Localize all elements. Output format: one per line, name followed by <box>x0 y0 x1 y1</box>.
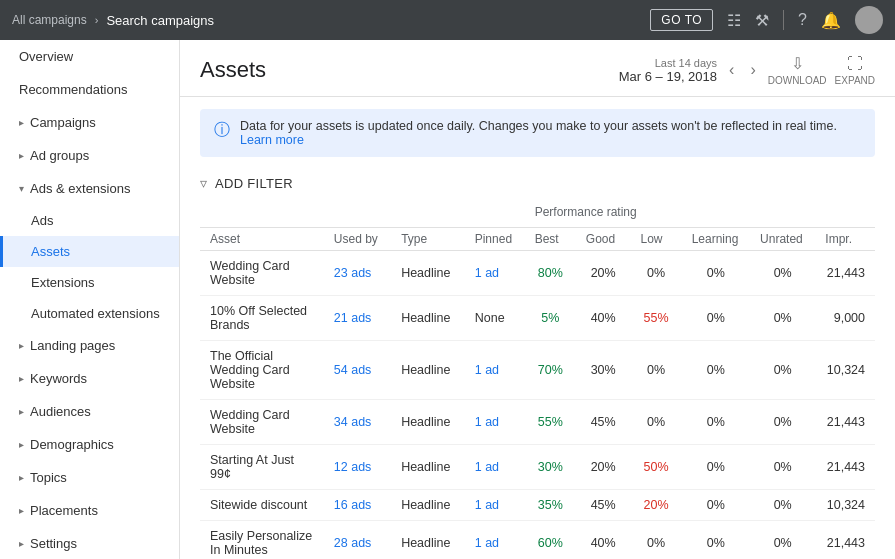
sidebar-item-campaigns[interactable]: ▸ Campaigns <box>0 106 179 139</box>
sidebar-item-automated-extensions[interactable]: Automated extensions <box>0 298 179 329</box>
filter-icon: ▿ <box>200 175 207 191</box>
cell-learning-2: 0% <box>682 341 750 400</box>
sidebar-item-ad-groups[interactable]: ▸ Ad groups <box>0 139 179 172</box>
cell-pinned-4[interactable]: 1 ad <box>465 445 525 490</box>
cell-unrated-3: 0% <box>750 400 815 445</box>
breadcrumb-chevron: › <box>95 14 99 26</box>
cell-good-4: 20% <box>576 445 631 490</box>
cell-good-3: 45% <box>576 400 631 445</box>
sidebar-label-demographics: Demographics <box>30 437 163 452</box>
main-layout: Overview Recommendations ▸ Campaigns ▸ A… <box>0 40 895 559</box>
cell-pinned-1: None <box>465 296 525 341</box>
cell-impr-0: 21,443 <box>815 251 875 296</box>
sidebar-label-automated-extensions: Automated extensions <box>31 306 160 321</box>
th-low: Low <box>630 228 681 251</box>
cell-impr-2: 10,324 <box>815 341 875 400</box>
cell-impr-5: 10,324 <box>815 490 875 521</box>
top-nav: All campaigns › Search campaigns GO TO ☷… <box>0 0 895 40</box>
cell-type-5: Headline <box>391 490 465 521</box>
cell-pinned-6[interactable]: 1 ad <box>465 521 525 560</box>
cell-pinned-0[interactable]: 1 ad <box>465 251 525 296</box>
sidebar-label-settings: Settings <box>30 536 163 551</box>
page-title: Assets <box>200 57 266 83</box>
table-row: Starting At Just 99¢ 12 ads Headline 1 a… <box>200 445 875 490</box>
sidebar-item-audiences[interactable]: ▸ Audiences <box>0 395 179 428</box>
table-row: The Official Wedding Card Website 54 ads… <box>200 341 875 400</box>
performance-rating-group-header: Performance rating <box>525 197 816 228</box>
all-campaigns-link[interactable]: All campaigns <box>12 13 87 27</box>
th-unrated: Unrated <box>750 228 815 251</box>
cell-impr-3: 21,443 <box>815 400 875 445</box>
cell-good-5: 45% <box>576 490 631 521</box>
sidebar-label-landing-pages: Landing pages <box>30 338 163 353</box>
sidebar-item-landing-pages[interactable]: ▸ Landing pages <box>0 329 179 362</box>
cell-type-6: Headline <box>391 521 465 560</box>
table-row: Wedding Card Website 23 ads Headline 1 a… <box>200 251 875 296</box>
info-banner: ⓘ Data for your assets is updated once d… <box>200 109 875 157</box>
sidebar-label-recommendations: Recommendations <box>19 82 163 97</box>
table-row: Wedding Card Website 34 ads Headline 1 a… <box>200 400 875 445</box>
th-asset: Asset <box>200 228 324 251</box>
cell-good-6: 40% <box>576 521 631 560</box>
sidebar-label-extensions: Extensions <box>31 275 95 290</box>
sidebar-label-audiences: Audiences <box>30 404 163 419</box>
sidebar-label-keywords: Keywords <box>30 371 163 386</box>
sidebar-item-assets[interactable]: Assets <box>0 236 179 267</box>
info-banner-text: Data for your assets is updated once dai… <box>240 119 861 147</box>
th-best: Best <box>525 228 576 251</box>
avatar[interactable] <box>855 6 883 34</box>
cell-pinned-2[interactable]: 1 ad <box>465 341 525 400</box>
sidebar-item-keywords[interactable]: ▸ Keywords <box>0 362 179 395</box>
cell-asset-0: Wedding Card Website <box>200 251 324 296</box>
wrench-icon[interactable]: ⚒ <box>755 11 769 30</box>
sidebar-label-ad-groups: Ad groups <box>30 148 163 163</box>
download-button[interactable]: ⇩ DOWNLOAD <box>768 54 827 86</box>
cell-type-4: Headline <box>391 445 465 490</box>
cell-unrated-5: 0% <box>750 490 815 521</box>
cell-asset-2: The Official Wedding Card Website <box>200 341 324 400</box>
sidebar-item-overview[interactable]: Overview <box>0 40 179 73</box>
bell-icon[interactable]: 🔔 <box>821 11 841 30</box>
cell-good-0: 20% <box>576 251 631 296</box>
cell-usedby-1[interactable]: 21 ads <box>324 296 391 341</box>
main-content: Assets Last 14 days Mar 6 – 19, 2018 ‹ ›… <box>180 40 895 559</box>
cell-usedby-0[interactable]: 23 ads <box>324 251 391 296</box>
sidebar-item-ads[interactable]: Ads <box>0 205 179 236</box>
cell-usedby-3[interactable]: 34 ads <box>324 400 391 445</box>
sidebar-item-extensions[interactable]: Extensions <box>0 267 179 298</box>
expand-button[interactable]: ⛶ EXPAND <box>835 55 875 86</box>
bar-chart-icon[interactable]: ☷ <box>727 11 741 30</box>
table-row: 10% Off Selected Brands 21 ads Headline … <box>200 296 875 341</box>
add-filter-button[interactable]: ADD FILTER <box>215 176 293 191</box>
sidebar-item-ads-extensions[interactable]: ▾ Ads & extensions <box>0 172 179 205</box>
cell-learning-4: 0% <box>682 445 750 490</box>
cell-usedby-6[interactable]: 28 ads <box>324 521 391 560</box>
th-pinned: Pinned <box>465 228 525 251</box>
cell-learning-1: 0% <box>682 296 750 341</box>
sidebar-item-settings[interactable]: ▸ Settings <box>0 527 179 559</box>
sidebar-item-recommendations[interactable]: Recommendations <box>0 73 179 106</box>
cell-pinned-3[interactable]: 1 ad <box>465 400 525 445</box>
date-prev-button[interactable]: ‹ <box>725 59 738 81</box>
expand-icon-keywords: ▸ <box>19 373 24 384</box>
th-type: Type <box>391 228 465 251</box>
th-learning: Learning <box>682 228 750 251</box>
cell-impr-4: 21,443 <box>815 445 875 490</box>
cell-best-3: 55% <box>525 400 576 445</box>
expand-icon-ads-extensions: ▾ <box>19 183 24 194</box>
cell-usedby-5[interactable]: 16 ads <box>324 490 391 521</box>
cell-pinned-5[interactable]: 1 ad <box>465 490 525 521</box>
date-next-button[interactable]: › <box>746 59 759 81</box>
info-learn-more-link[interactable]: Learn more <box>240 133 304 147</box>
help-icon[interactable]: ? <box>798 11 807 29</box>
cell-unrated-1: 0% <box>750 296 815 341</box>
expand-label: EXPAND <box>835 75 875 86</box>
sidebar-item-topics[interactable]: ▸ Topics <box>0 461 179 494</box>
info-icon: ⓘ <box>214 120 230 141</box>
cell-usedby-4[interactable]: 12 ads <box>324 445 391 490</box>
cell-usedby-2[interactable]: 54 ads <box>324 341 391 400</box>
goto-button[interactable]: GO TO <box>650 9 713 31</box>
cell-asset-5: Sitewide discount <box>200 490 324 521</box>
sidebar-item-placements[interactable]: ▸ Placements <box>0 494 179 527</box>
sidebar-item-demographics[interactable]: ▸ Demographics <box>0 428 179 461</box>
